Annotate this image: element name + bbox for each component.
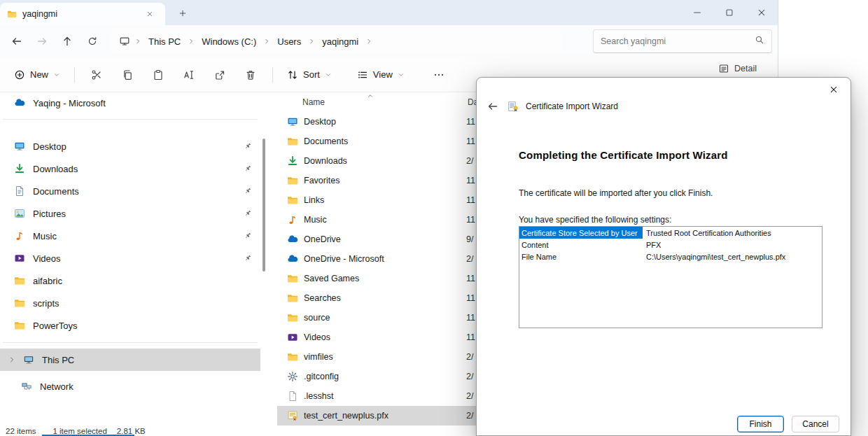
sidebar-item-onedrive[interactable]: Yaqing - Microsoft xyxy=(0,92,260,113)
setting-value: C:\Users\yaqingmi\test_cert_newplus.pfx xyxy=(643,251,785,262)
dialog-title: Certificate Import Wizard xyxy=(526,101,618,111)
sidebar-item-downloads[interactable]: Downloads xyxy=(0,157,260,180)
file-date: 2/ xyxy=(466,391,473,401)
sidebar-item-aifabric[interactable]: aifabric xyxy=(0,269,260,292)
new-label: New xyxy=(30,69,48,80)
chevron-right-icon xyxy=(263,38,270,45)
sidebar-item-label: Pictures xyxy=(33,209,66,219)
chevron-down-icon xyxy=(398,71,405,78)
navigation-pane: Yaqing - Microsoft Desktop Downloads Doc… xyxy=(0,92,260,426)
breadcrumb-item-windows-c[interactable]: Windows (C:) xyxy=(199,35,259,48)
settings-row[interactable]: File Name C:\Users\yaqingmi\test_cert_ne… xyxy=(519,251,822,262)
ellipsis-icon xyxy=(433,69,444,80)
toolbar-divider xyxy=(272,67,273,83)
downloads-icon xyxy=(287,155,298,167)
copy-button[interactable] xyxy=(113,62,142,87)
file-name: vimfiles xyxy=(304,352,461,362)
cut-button[interactable] xyxy=(82,62,111,87)
sidebar-item-pictures[interactable]: Pictures xyxy=(0,202,260,225)
file-name: Searches xyxy=(304,293,461,303)
pin-icon xyxy=(244,232,252,240)
item-count: 22 items xyxy=(6,427,36,435)
rename-button[interactable] xyxy=(174,62,204,87)
window-controls xyxy=(681,0,778,25)
view-button[interactable]: View xyxy=(350,62,412,87)
up-button[interactable] xyxy=(55,29,80,54)
settings-row-selected[interactable]: Certificate Store Selected by User Trust… xyxy=(519,227,822,239)
dialog-header: Certificate Import Wizard xyxy=(477,97,822,115)
paste-button[interactable] xyxy=(144,62,173,87)
sidebar-item-powertoys[interactable]: PowerToys xyxy=(0,314,260,337)
sidebar-item-scripts[interactable]: scripts xyxy=(0,292,260,314)
setting-key: Content xyxy=(519,239,643,251)
view-label: View xyxy=(373,69,393,80)
folder-icon xyxy=(287,136,298,147)
breadcrumb-item-this-pc[interactable]: This PC xyxy=(146,35,183,48)
sidebar-item-label: This PC xyxy=(42,355,74,365)
settings-row[interactable]: Content PFX xyxy=(519,239,822,251)
sidebar-item-label: Videos xyxy=(33,253,61,264)
this-pc-icon xyxy=(23,354,34,365)
file-name: Links xyxy=(304,195,461,205)
sidebar-item-music[interactable]: Music xyxy=(0,225,260,247)
folder-icon xyxy=(287,195,298,206)
pin-icon xyxy=(244,254,252,262)
sort-arrows-icon xyxy=(287,69,298,80)
setting-key: File Name xyxy=(519,251,643,262)
new-button[interactable]: New xyxy=(7,62,67,87)
videos-icon xyxy=(14,253,25,264)
sidebar-scrollbar[interactable] xyxy=(262,139,265,272)
sidebar-item-documents[interactable]: Documents xyxy=(0,180,260,202)
file-date: 11 xyxy=(466,274,475,283)
maximize-button[interactable] xyxy=(713,0,746,25)
more-options-button[interactable] xyxy=(424,62,454,87)
breadcrumb-item-yaqingmi[interactable]: yaqingmi xyxy=(319,35,361,48)
setting-key: Certificate Store Selected by User xyxy=(519,227,643,239)
search-box xyxy=(593,29,772,53)
finish-button[interactable]: Finish xyxy=(737,416,784,433)
minimize-button[interactable] xyxy=(681,0,713,25)
copy-icon xyxy=(122,69,133,80)
sidebar-item-label: Documents xyxy=(33,186,79,197)
breadcrumb-item-users[interactable]: Users xyxy=(274,35,304,48)
file-date: 11 xyxy=(466,117,475,127)
file-date: 2/ xyxy=(466,411,473,421)
close-button[interactable] xyxy=(746,0,778,25)
chevron-down-icon xyxy=(325,71,332,78)
music-note-icon xyxy=(14,230,25,241)
downloads-icon xyxy=(14,163,25,174)
sidebar-item-this-pc[interactable]: This PC xyxy=(0,349,260,371)
sidebar-item-network[interactable]: Network xyxy=(0,375,260,398)
pin-icon xyxy=(244,209,252,218)
file-date: 11 xyxy=(466,136,475,146)
file-date: 11 xyxy=(466,332,475,342)
folder-icon xyxy=(14,297,25,309)
explorer-tab[interactable]: yaqingmi xyxy=(0,3,165,25)
details-button[interactable]: Detail xyxy=(718,63,757,74)
sort-button[interactable]: Sort xyxy=(280,62,339,87)
folder-icon xyxy=(287,175,298,186)
folder-icon xyxy=(14,275,25,286)
pin-icon xyxy=(244,142,252,150)
sidebar-item-videos[interactable]: Videos xyxy=(0,247,260,269)
document-icon xyxy=(14,185,25,197)
tab-close-icon[interactable] xyxy=(141,6,158,22)
share-button[interactable] xyxy=(205,62,234,87)
search-input[interactable] xyxy=(601,36,755,46)
back-button[interactable] xyxy=(4,29,29,54)
chevron-down-icon xyxy=(53,71,60,78)
refresh-button[interactable] xyxy=(80,29,105,54)
dialog-close-button[interactable] xyxy=(822,80,845,99)
dialog-back-button[interactable] xyxy=(485,99,500,114)
column-header-name[interactable]: Name xyxy=(277,97,325,107)
file-date: 11 xyxy=(466,195,475,205)
forward-button[interactable] xyxy=(29,29,55,54)
file-name: Documents xyxy=(304,136,461,146)
file-date: 11 xyxy=(466,293,475,303)
cancel-button[interactable]: Cancel xyxy=(792,416,839,433)
new-tab-button[interactable] xyxy=(174,5,192,22)
chevron-right-icon[interactable] xyxy=(8,356,15,363)
delete-button[interactable] xyxy=(236,62,265,87)
file-name: Music xyxy=(304,215,461,225)
sidebar-item-desktop[interactable]: Desktop xyxy=(0,135,260,157)
